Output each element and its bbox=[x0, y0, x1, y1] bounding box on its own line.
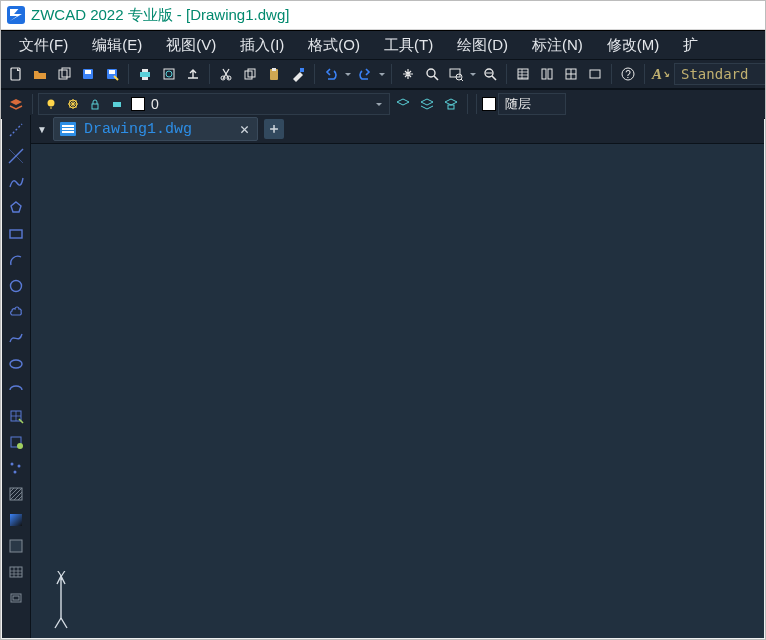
redo-dropdown[interactable] bbox=[378, 63, 386, 85]
paste-button[interactable] bbox=[263, 63, 285, 85]
pan-button[interactable] bbox=[397, 63, 419, 85]
print-button[interactable] bbox=[134, 63, 156, 85]
svg-rect-4 bbox=[85, 70, 91, 74]
table-tool[interactable] bbox=[5, 561, 27, 583]
close-tab-icon[interactable]: ✕ bbox=[240, 120, 249, 139]
point-tool[interactable] bbox=[5, 457, 27, 479]
layer-states-button[interactable] bbox=[416, 93, 438, 115]
svg-rect-46 bbox=[10, 540, 22, 552]
layer-plot-icon bbox=[109, 98, 125, 110]
help-button[interactable]: ? bbox=[617, 63, 639, 85]
circle-tool[interactable] bbox=[5, 275, 27, 297]
svg-point-11 bbox=[166, 71, 172, 77]
menu-draw[interactable]: 绘图(D) bbox=[445, 31, 520, 59]
menu-tools[interactable]: 工具(T) bbox=[372, 31, 445, 59]
color-bylayer-selector[interactable]: 随层 bbox=[498, 93, 566, 115]
polyline-tool[interactable] bbox=[5, 171, 27, 193]
gradient-tool[interactable] bbox=[5, 509, 27, 531]
polygon-tool[interactable] bbox=[5, 197, 27, 219]
svg-rect-47 bbox=[10, 567, 22, 577]
donut-tool[interactable] bbox=[5, 587, 27, 609]
layer-selector[interactable]: 0 bbox=[38, 93, 390, 115]
layer-properties-button[interactable] bbox=[5, 93, 27, 115]
menu-edit[interactable]: 编辑(E) bbox=[80, 31, 154, 59]
svg-rect-23 bbox=[518, 69, 528, 79]
svg-rect-35 bbox=[10, 230, 22, 238]
region-tool[interactable] bbox=[5, 535, 27, 557]
dwg-file-icon bbox=[60, 122, 76, 136]
menu-dim[interactable]: 标注(N) bbox=[520, 31, 595, 59]
menu-modify[interactable]: 修改(M) bbox=[595, 31, 672, 59]
save-as-button[interactable] bbox=[101, 63, 123, 85]
document-tab-active[interactable]: Drawing1.dwg ✕ bbox=[53, 117, 258, 141]
window-title: ZWCAD 2022 专业版 - [Drawing1.dwg] bbox=[31, 6, 289, 25]
print-preview-button[interactable] bbox=[158, 63, 180, 85]
color-bylayer-value: 随层 bbox=[505, 95, 531, 113]
separator bbox=[644, 64, 645, 84]
tab-scroll-icon[interactable]: ▼ bbox=[37, 124, 47, 135]
construction-line-tool[interactable] bbox=[5, 145, 27, 167]
design-center-button[interactable] bbox=[560, 63, 582, 85]
zoom-dropdown[interactable] bbox=[469, 63, 477, 85]
tool-palettes-button[interactable] bbox=[536, 63, 558, 85]
svg-rect-18 bbox=[300, 68, 304, 72]
svg-rect-20 bbox=[450, 69, 460, 77]
menu-file[interactable]: 文件(F) bbox=[7, 31, 80, 59]
text-style-selector[interactable]: Standard bbox=[674, 63, 766, 85]
cut-button[interactable] bbox=[215, 63, 237, 85]
svg-point-30 bbox=[48, 100, 55, 107]
publish-button[interactable] bbox=[182, 63, 204, 85]
hatch-tool[interactable] bbox=[5, 483, 27, 505]
menu-format[interactable]: 格式(O) bbox=[296, 31, 372, 59]
match-properties-button[interactable] bbox=[287, 63, 309, 85]
separator bbox=[128, 64, 129, 84]
revision-cloud-tool[interactable] bbox=[5, 301, 27, 323]
layer-previous-button[interactable] bbox=[392, 93, 414, 115]
properties-palette-button[interactable] bbox=[512, 63, 534, 85]
ellipse-arc-tool[interactable] bbox=[5, 379, 27, 401]
svg-point-41 bbox=[11, 463, 14, 466]
layer-lock-icon bbox=[87, 98, 103, 110]
spline-tool[interactable] bbox=[5, 327, 27, 349]
block-insert-tool[interactable] bbox=[5, 405, 27, 427]
multi-documents-button[interactable] bbox=[53, 63, 75, 85]
redo-button[interactable] bbox=[354, 63, 376, 85]
separator bbox=[506, 64, 507, 84]
undo-dropdown[interactable] bbox=[344, 63, 352, 85]
svg-rect-1 bbox=[59, 70, 67, 79]
layer-walk-button[interactable] bbox=[440, 93, 462, 115]
zoom-previous-button[interactable] bbox=[479, 63, 501, 85]
menu-view[interactable]: 视图(V) bbox=[154, 31, 228, 59]
undo-button[interactable] bbox=[320, 63, 342, 85]
svg-rect-45 bbox=[10, 514, 22, 526]
color-swatch[interactable] bbox=[482, 97, 496, 111]
zoom-window-button[interactable] bbox=[445, 63, 467, 85]
arc-tool[interactable] bbox=[5, 249, 27, 271]
line-tool[interactable] bbox=[5, 119, 27, 141]
menu-insert[interactable]: 插入(I) bbox=[228, 31, 296, 59]
zoom-realtime-button[interactable] bbox=[421, 63, 443, 85]
copy-button[interactable] bbox=[239, 63, 261, 85]
save-button[interactable] bbox=[77, 63, 99, 85]
ellipse-tool[interactable] bbox=[5, 353, 27, 375]
open-button[interactable] bbox=[29, 63, 51, 85]
svg-rect-9 bbox=[142, 77, 148, 80]
ucs-axis-icon: Y bbox=[45, 570, 91, 630]
clean-screen-button[interactable] bbox=[584, 63, 606, 85]
separator bbox=[391, 64, 392, 84]
rectangle-tool[interactable] bbox=[5, 223, 27, 245]
text-style-button[interactable]: A↘ bbox=[650, 63, 672, 85]
svg-rect-49 bbox=[13, 596, 19, 600]
svg-rect-25 bbox=[548, 69, 552, 79]
new-document-button[interactable] bbox=[5, 63, 27, 85]
separator bbox=[476, 94, 477, 114]
svg-rect-34 bbox=[448, 105, 454, 109]
svg-rect-7 bbox=[140, 72, 150, 77]
layer-dropdown-icon[interactable] bbox=[375, 93, 383, 115]
drawing-canvas[interactable]: Y bbox=[31, 144, 764, 638]
layer-freeze-icon bbox=[65, 98, 81, 110]
menu-extend[interactable]: 扩 bbox=[671, 31, 702, 59]
new-tab-button[interactable]: ＋ bbox=[264, 119, 284, 139]
make-block-tool[interactable] bbox=[5, 431, 27, 453]
layer-color-swatch bbox=[131, 97, 145, 111]
